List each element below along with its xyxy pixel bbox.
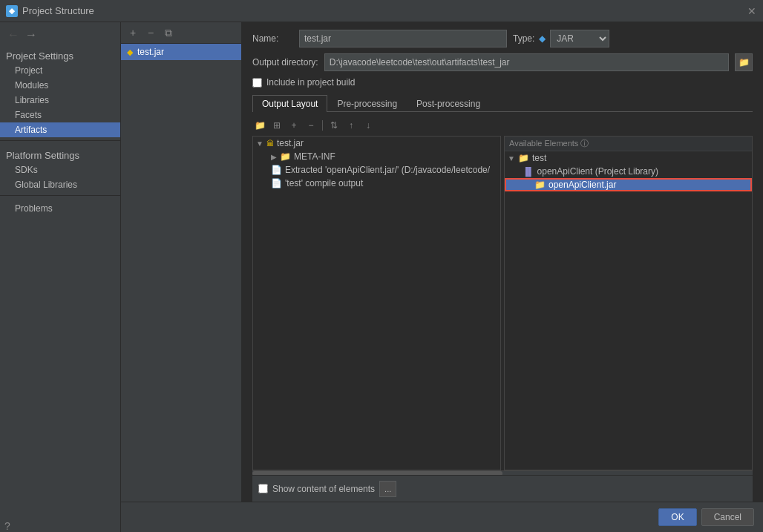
tree-compile-output[interactable]: 📄 'test' compile output xyxy=(253,177,500,190)
tab-pre-processing[interactable]: Pre-processing xyxy=(327,95,407,112)
artifact-item-testjar[interactable]: ◆ test.jar xyxy=(121,44,241,60)
artifact-list-panel: + − ⧉ ◆ test.jar xyxy=(121,22,242,502)
sidebar-item-global-libraries[interactable]: Global Libraries xyxy=(0,177,120,192)
name-label: Name: xyxy=(252,33,293,44)
folder-icon-test: 📁 xyxy=(518,153,529,163)
add-button[interactable]: + xyxy=(286,118,301,133)
tree-extracted-label: Extracted 'openApiClient.jar/' (D:/javac… xyxy=(285,165,490,175)
sidebar-item-sdks[interactable]: SDKs xyxy=(0,162,120,177)
file-icon-2: 📄 xyxy=(271,165,282,175)
content-area: + − ⧉ ◆ test.jar Name: xyxy=(121,22,763,532)
tree-lib-label: openApiClient (Project Library) xyxy=(537,166,658,177)
tree-test-folder[interactable]: ▼ 📁 test xyxy=(505,151,752,165)
settings-panel: Name: Type: ◆ JAR WAR EAR ZIP xyxy=(242,22,763,502)
sidebar-item-facets[interactable]: Facets xyxy=(0,108,120,122)
tree-jar-label: openApiClient.jar xyxy=(548,180,616,190)
tree-test-label: test xyxy=(532,153,546,163)
sidebar-divider xyxy=(0,140,120,141)
content-top: + − ⧉ ◆ test.jar Name: xyxy=(121,22,763,502)
scrollbar-thumb[interactable] xyxy=(252,471,502,475)
library-icon: ▐▌ xyxy=(523,167,534,176)
file-icon-3: 📄 xyxy=(271,178,282,188)
project-settings-label: Project Settings xyxy=(0,47,120,63)
titlebar-left: ◆ Project Structure xyxy=(6,5,94,17)
remove-artifact-button[interactable]: − xyxy=(143,25,158,40)
output-dir-input[interactable] xyxy=(324,53,729,71)
type-select[interactable]: JAR WAR EAR ZIP xyxy=(550,30,609,47)
output-tree-pane: ▼ 🏛 test.jar ▶ 📁 META-INF xyxy=(252,136,501,470)
jar-icon: 🏛 xyxy=(266,139,274,148)
tree-arrow-icon: ▶ xyxy=(271,153,277,161)
type-container: Type: ◆ JAR WAR EAR ZIP xyxy=(513,30,632,47)
browse-button[interactable]: 📁 xyxy=(735,53,753,71)
output-dir-row: Output directory: 📁 xyxy=(252,53,753,71)
ok-cancel-row: OK Cancel xyxy=(121,502,763,532)
forward-button[interactable]: → xyxy=(24,28,39,42)
down-button[interactable]: ↓ xyxy=(361,118,376,133)
tree-extracted-jar[interactable]: 📄 Extracted 'openApiClient.jar/' (D:/jav… xyxy=(253,163,500,177)
split-pane: ▼ 🏛 test.jar ▶ 📁 META-INF xyxy=(252,136,753,470)
create-dir-button[interactable]: 📁 xyxy=(252,118,267,133)
artifact-list-toolbar: + − ⧉ xyxy=(121,22,241,44)
platform-settings-label: Platform Settings xyxy=(0,144,120,162)
sidebar-item-problems[interactable]: Problems xyxy=(0,199,120,216)
add-artifact-button[interactable]: + xyxy=(125,25,140,40)
more-button[interactable]: ... xyxy=(379,481,396,497)
output-layout-toolbar: 📁 ⊞ + − ⇅ ↑ ↓ xyxy=(252,116,753,136)
sidebar: ← → Project Settings Project Modules Lib… xyxy=(0,22,121,532)
tree-meta-inf[interactable]: ▶ 📁 META-INF xyxy=(253,150,500,163)
artifact-item-label: test.jar xyxy=(137,47,164,57)
extract-button[interactable]: ⇅ xyxy=(327,118,341,133)
tree-compile-label: 'test' compile output xyxy=(285,178,363,188)
tree-root-label: test.jar xyxy=(277,138,304,148)
jar-icon: ◆ xyxy=(127,47,133,57)
output-dir-label: Output directory: xyxy=(252,57,318,68)
titlebar-title: Project Structure xyxy=(22,5,94,16)
include-checkbox[interactable] xyxy=(252,78,262,88)
include-checkbox-row: Include in project build xyxy=(252,77,753,88)
back-button[interactable]: ← xyxy=(6,28,21,42)
name-input[interactable] xyxy=(299,30,507,47)
sidebar-item-project[interactable]: Project xyxy=(0,63,120,78)
up-button[interactable]: ↑ xyxy=(344,118,358,133)
type-icon: ◆ xyxy=(539,33,546,44)
tree-openapiclient-jar[interactable]: 📁 openApiClient.jar xyxy=(505,178,752,191)
output-layout-area: 📁 ⊞ + − ⇅ ↑ ↓ xyxy=(252,116,753,475)
titlebar: ◆ Project Structure ✕ xyxy=(0,0,763,22)
sidebar-item-libraries[interactable]: Libraries xyxy=(0,93,120,108)
name-type-row: Name: Type: ◆ JAR WAR EAR ZIP xyxy=(252,30,753,47)
show-content-row: Show content of elements ... xyxy=(258,481,396,497)
available-elements-pane: Available Elements ⓘ ▼ 📁 test ▐▌ openAp xyxy=(504,136,753,470)
bottom-bar: Show content of elements ... xyxy=(252,475,753,502)
include-label[interactable]: Include in project build xyxy=(266,77,355,88)
copy-artifact-button[interactable]: ⧉ xyxy=(161,25,176,40)
toolbar-separator xyxy=(322,120,323,131)
tabs-row: Output Layout Pre-processing Post-proces… xyxy=(252,95,753,112)
sidebar-item-artifacts[interactable]: Artifacts xyxy=(0,122,120,137)
tree-meta-inf-label: META-INF xyxy=(294,151,335,162)
folder-icon: 📁 xyxy=(280,151,291,162)
sidebar-item-modules[interactable]: Modules xyxy=(0,78,120,93)
help-button[interactable]: ? xyxy=(0,520,120,532)
nav-arrows: ← → xyxy=(0,25,120,45)
available-elements-label: Available Elements ⓘ xyxy=(505,137,752,151)
show-content-label[interactable]: Show content of elements xyxy=(272,484,375,494)
tree-root[interactable]: ▼ 🏛 test.jar xyxy=(253,137,500,150)
cancel-button[interactable]: Cancel xyxy=(701,508,754,526)
main-layout: ← → Project Settings Project Modules Lib… xyxy=(0,22,763,532)
tab-post-processing[interactable]: Post-processing xyxy=(407,95,490,112)
tree-expand-icon: ▼ xyxy=(256,139,263,148)
tab-output-layout[interactable]: Output Layout xyxy=(252,95,327,112)
sidebar-divider-2 xyxy=(0,195,120,196)
ok-button[interactable]: OK xyxy=(658,508,696,526)
close-button[interactable]: ✕ xyxy=(747,6,757,16)
remove-button[interactable]: − xyxy=(304,118,318,133)
content-main: + − ⧉ ◆ test.jar Name: xyxy=(121,22,763,532)
app-icon: ◆ xyxy=(6,5,18,17)
tree-openapiclient-lib[interactable]: ▐▌ openApiClient (Project Library) xyxy=(505,165,752,178)
grid-button[interactable]: ⊞ xyxy=(269,118,284,133)
show-content-checkbox[interactable] xyxy=(258,484,268,493)
type-label: Type: xyxy=(513,33,534,44)
folder-icon-jar: 📁 xyxy=(534,180,546,190)
horizontal-scrollbar[interactable] xyxy=(252,470,753,475)
